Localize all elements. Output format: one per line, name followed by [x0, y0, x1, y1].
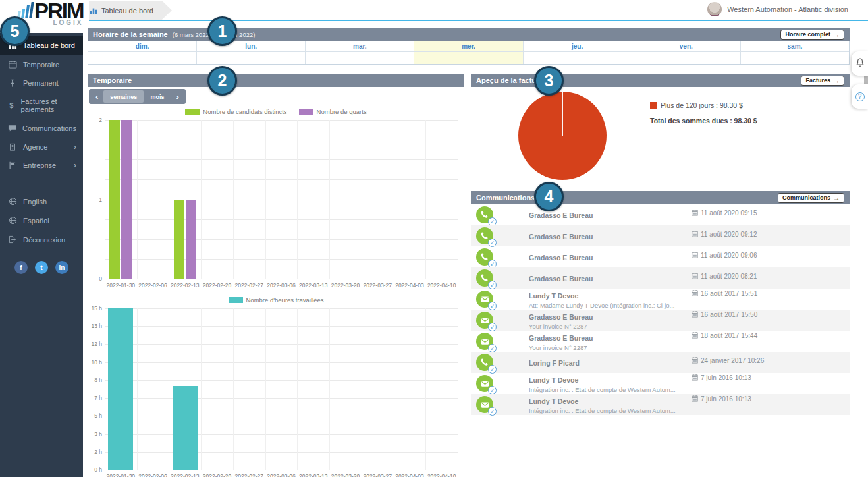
communications-title: Communications: [476, 194, 535, 202]
invoices-button[interactable]: Factures→: [801, 76, 844, 86]
x-axis-labels: 2022-01-302022-02-062022-02-132022-02-20…: [105, 471, 458, 477]
schedule-table: dim.lun.mar.mer.jeu.ven.sam.: [88, 41, 850, 65]
bar-2022-01-30: [109, 120, 120, 279]
communication-date: 11 août 2020 08:21: [692, 272, 757, 281]
contact-name: Lundy T Devoe: [529, 292, 578, 300]
x-axis-labels: 2022-01-302022-02-062022-02-132022-02-20…: [105, 280, 458, 290]
communication-row[interactable]: ↙Loring F Picard24 janvier 2017 10:26: [471, 352, 850, 373]
contact-name: Gradasso E Bureau: [529, 275, 593, 283]
communications-button[interactable]: Communications→: [778, 193, 844, 203]
gridline-h: [105, 416, 458, 416]
sign-out-icon: [8, 235, 17, 244]
date-text: 7 juin 2016 10:13: [701, 395, 751, 403]
sidebar-item-espa-ol[interactable]: Español: [0, 211, 83, 230]
gridline-v: [425, 120, 426, 279]
logo-bars-icon: [17, 2, 34, 18]
phone-icon: ↙: [476, 354, 493, 371]
schedule-cell[interactable]: [632, 52, 740, 64]
communication-row[interactable]: ↙Lundy T Devoe7 juin 2016 10:13Intégrati…: [471, 394, 850, 415]
full-schedule-button[interactable]: Horaire complet→: [780, 30, 844, 40]
schedule-cell[interactable]: [524, 52, 632, 64]
sidebar-item-label: Temporaire: [23, 61, 59, 69]
avatar: [707, 2, 722, 16]
sidebar-item-d-connexion[interactable]: Déconnexion: [0, 230, 83, 249]
communication-line1: Gradasso E Bureau11 août 2020 09:15: [529, 209, 847, 221]
date-text: 7 juin 2016 10:13: [701, 374, 751, 381]
communication-row[interactable]: ↙Gradasso E Bureau18 août 2017 15:44Your…: [471, 331, 850, 352]
facebook-icon[interactable]: f: [14, 261, 28, 274]
sidebar-item-english[interactable]: English: [0, 192, 83, 211]
notifications-tab[interactable]: [852, 51, 868, 76]
x-tick-label: 2022-03-27: [363, 282, 391, 289]
y-tick-label: 12 h: [87, 341, 102, 347]
schedule-cell[interactable]: [88, 52, 196, 64]
sidebar-item-label: English: [23, 198, 47, 206]
sidebar-item-entreprise[interactable]: Entreprise›: [0, 156, 83, 175]
x-tick-label: 2022-03-06: [267, 282, 295, 289]
communication-main: Gradasso E Bureau16 août 2017 15:50Your …: [529, 310, 847, 331]
gridline-h: [105, 380, 458, 381]
prev-period-button[interactable]: ‹: [90, 90, 103, 103]
sidebar-item-label: Permanent: [23, 79, 59, 87]
x-tick-label: 2022-01-30: [107, 282, 135, 289]
help-tab[interactable]: ?: [852, 84, 868, 109]
sidebar-item-factures-et-paiements[interactable]: $Factures et paiements: [0, 92, 83, 119]
breadcrumb[interactable]: Tableau de bord: [83, 1, 172, 20]
gridline-v: [201, 120, 202, 279]
legend-item: Nombre d'heures travaillées: [229, 296, 324, 304]
bar-2022-02-13: [186, 200, 196, 279]
communication-row[interactable]: ↙Lundy T Devoe16 août 2017 15:51Att: Mad…: [471, 289, 850, 310]
communication-main: Lundy T Devoe7 juin 2016 10:13Intégratio…: [529, 373, 847, 394]
communications-list: ↙Gradasso E Bureau11 août 2020 09:15↙Gra…: [471, 204, 850, 415]
communication-subject: Att: Madame Lundy T Devoe (Intégration i…: [529, 302, 847, 309]
x-tick-label: 2022-02-27: [235, 282, 263, 289]
plot-area: 15 h13 h12 h10 h8 h7 h5 h3 h2 h0 h: [105, 308, 458, 470]
sidebar-item-temporaire[interactable]: Temporaire: [0, 55, 83, 74]
sidebar-item-permanent[interactable]: Permanent: [0, 74, 83, 92]
communication-line1: Loring F Picard24 janvier 2017 10:26: [529, 356, 847, 368]
schedule-cell[interactable]: [306, 52, 414, 64]
calendar-icon: [8, 60, 17, 69]
linkedin-icon[interactable]: in: [55, 261, 68, 274]
communication-row[interactable]: ↙Gradasso E Bureau11 août 2020 09:12: [471, 225, 850, 246]
gridline-h: [105, 200, 458, 200]
social-links: ftin: [0, 261, 83, 274]
candidates-shifts-chart: 2102022-01-302022-02-062022-02-132022-02…: [88, 116, 464, 290]
communication-main: Gradasso E Bureau11 août 2020 09:12: [529, 225, 847, 246]
gridline-h: [105, 452, 458, 453]
communication-line1: Lundy T Devoe7 juin 2016 10:13: [529, 395, 847, 407]
user-menu[interactable]: Western Automation - Atlantic division: [707, 2, 848, 16]
flag-icon: [8, 161, 17, 169]
communication-row[interactable]: ↙Gradasso E Bureau16 août 2017 15:50Your…: [471, 310, 850, 331]
arrow-right-icon: →: [833, 194, 840, 202]
sidebar-item-agence[interactable]: Agence›: [0, 138, 83, 156]
y-tick-label: 2 h: [87, 449, 102, 455]
pie-slice-divider: [562, 92, 563, 136]
y-tick-label: 0 h: [87, 466, 102, 473]
communication-row[interactable]: ↙Gradasso E Bureau11 août 2020 09:06: [471, 246, 850, 267]
communication-main: Gradasso E Bureau11 août 2020 09:15: [529, 204, 847, 225]
schedule-cell[interactable]: [197, 52, 305, 64]
sidebar-item-label: Communications: [22, 125, 76, 132]
x-tick-label: 2022-04-03: [395, 282, 423, 289]
contact-name: Lundy T Devoe: [529, 376, 578, 384]
tab-semaines[interactable]: semaines: [103, 90, 144, 103]
communication-date: 7 juin 2016 10:13: [692, 374, 751, 382]
next-period-button[interactable]: ›: [171, 90, 184, 103]
twitter-icon[interactable]: t: [35, 261, 48, 274]
gridline-v: [105, 308, 105, 470]
communication-row[interactable]: ↙Gradasso E Bureau11 août 2020 08:21: [471, 267, 850, 289]
y-tick-label: 0: [87, 275, 102, 282]
schedule-cell[interactable]: [741, 52, 849, 64]
gridline-v: [394, 120, 394, 279]
communication-row[interactable]: ↙Gradasso E Bureau11 août 2020 09:15: [471, 204, 850, 225]
communication-line1: Gradasso E Bureau16 août 2017 15:50: [529, 310, 847, 322]
gridline-h: [105, 344, 458, 345]
communication-line1: Gradasso E Bureau11 août 2020 09:06: [529, 251, 847, 263]
schedule-cell[interactable]: [414, 52, 522, 64]
tab-mois[interactable]: mois: [144, 90, 171, 103]
sidebar-item-communications[interactable]: Communications: [0, 119, 83, 138]
communication-row[interactable]: ↙Lundy T Devoe7 juin 2016 10:13Intégrati…: [471, 373, 850, 394]
communication-main: Gradasso E Bureau11 août 2020 09:06: [529, 246, 847, 267]
calendar-icon: [692, 310, 698, 319]
